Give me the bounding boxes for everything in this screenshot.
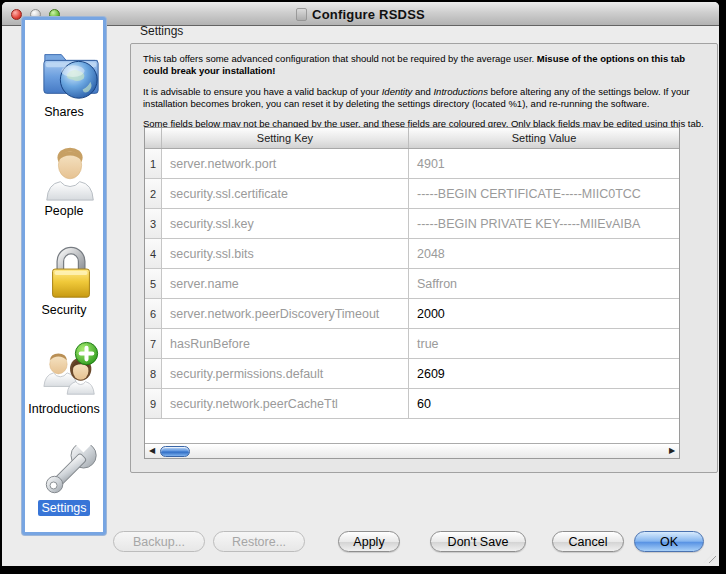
row-number-cell: 8: [145, 359, 162, 388]
don-t-save-button[interactable]: Don't Save: [430, 531, 526, 552]
table-row: 5server.nameSaffron: [145, 269, 679, 299]
setting-key-cell: security.permissions.default: [162, 359, 409, 388]
setting-value-cell[interactable]: 2609: [409, 359, 679, 388]
setting-key-cell: server.network.peerDiscoveryTimeout: [162, 299, 409, 328]
row-number-cell: 1: [145, 149, 162, 178]
warning-paragraph-1: This tab offers some advanced configurat…: [143, 53, 705, 78]
table-row: 6server.network.peerDiscoveryTimeout2000: [145, 299, 679, 329]
table-row: 3security.ssl.key-----BEGIN PRIVATE KEY-…: [145, 209, 679, 239]
row-number-cell: 7: [145, 329, 162, 358]
ok-button[interactable]: OK: [634, 531, 704, 552]
window-proxy-icon: [296, 8, 307, 21]
sidebar-item-settings[interactable]: Settings: [25, 420, 103, 519]
settings-panel: This tab offers some advanced configurat…: [130, 43, 718, 473]
setting-value-cell[interactable]: 60: [409, 389, 679, 418]
warning-paragraph-2: It is advisable to ensure you have a val…: [143, 86, 705, 111]
row-number-cell: 9: [145, 389, 162, 418]
setting-value-cell: Saffron: [409, 269, 679, 298]
restore-button: Restore...: [213, 531, 305, 552]
category-sidebar: Shares People Security: [22, 17, 106, 535]
sidebar-item-label: Introductions: [25, 401, 103, 417]
setting-key-cell: hasRunBefore: [162, 329, 409, 358]
table-header-row: Setting Key Setting Value: [145, 128, 679, 149]
settings-icon: [40, 438, 102, 500]
scrollbar-thumb[interactable]: [160, 446, 190, 457]
setting-value-cell: 4901: [409, 149, 679, 178]
row-number-cell: 2: [145, 179, 162, 208]
window-title: Configure RSDSS: [312, 7, 425, 22]
people-icon: [40, 141, 102, 203]
sidebar-item-label: Security: [38, 302, 89, 318]
sidebar-item-label: Shares: [41, 104, 87, 120]
row-number-header: [145, 128, 162, 148]
table-row: 2security.ssl.certificate-----BEGIN CERT…: [145, 179, 679, 209]
sidebar-item-people[interactable]: People: [25, 123, 103, 222]
row-number-cell: 3: [145, 209, 162, 238]
setting-value-header[interactable]: Setting Value: [409, 128, 679, 148]
horizontal-scrollbar[interactable]: ◀ ▶: [145, 443, 679, 458]
warning-text-block: This tab offers some advanced configurat…: [131, 44, 717, 131]
table-row: 7hasRunBeforetrue: [145, 329, 679, 359]
backup-button: Backup...: [113, 531, 205, 552]
setting-key-cell: security.ssl.certificate: [162, 179, 409, 208]
setting-value-cell[interactable]: 2000: [409, 299, 679, 328]
row-number-cell: 4: [145, 239, 162, 268]
table-row: 1server.network.port4901: [145, 149, 679, 179]
apply-button[interactable]: Apply: [338, 531, 400, 552]
sidebar-item-introductions[interactable]: Introductions: [25, 321, 103, 420]
table-row: 4security.ssl.bits2048: [145, 239, 679, 269]
setting-key-cell: server.name: [162, 269, 409, 298]
setting-value-cell: true: [409, 329, 679, 358]
settings-table: Setting Key Setting Value 1server.networ…: [144, 127, 680, 459]
sidebar-item-label: People: [42, 203, 87, 219]
security-icon: [40, 240, 102, 302]
row-number-cell: 6: [145, 299, 162, 328]
scroll-left-arrow-icon[interactable]: ◀: [145, 444, 159, 458]
setting-key-cell: security.ssl.key: [162, 209, 409, 238]
cancel-button[interactable]: Cancel: [552, 531, 624, 552]
setting-key-cell: security.network.peerCacheTtl: [162, 389, 409, 418]
setting-value-cell: -----BEGIN PRIVATE KEY-----MIIEvAIBA: [409, 209, 679, 238]
settings-tab-label: Settings: [140, 24, 183, 38]
shares-icon: [40, 42, 102, 104]
sidebar-item-label: Settings: [38, 500, 89, 516]
introductions-icon: [40, 339, 102, 401]
table-row: 8security.permissions.default2609: [145, 359, 679, 389]
dialog-buttons: Backup...Restore...ApplyDon't SaveCancel…: [2, 531, 719, 557]
setting-key-cell: server.network.port: [162, 149, 409, 178]
row-number-cell: 5: [145, 269, 162, 298]
sidebar-item-shares[interactable]: Shares: [25, 20, 103, 123]
setting-value-cell: 2048: [409, 239, 679, 268]
sidebar-item-security[interactable]: Security: [25, 222, 103, 321]
setting-key-header[interactable]: Setting Key: [162, 128, 409, 148]
configure-rsdss-window: Configure RSDSS Shares: [2, 2, 719, 566]
table-body: 1server.network.port49012security.ssl.ce…: [145, 149, 679, 419]
setting-value-cell: -----BEGIN CERTIFICATE-----MIIC0TCC: [409, 179, 679, 208]
scroll-right-arrow-icon[interactable]: ▶: [665, 444, 679, 458]
setting-key-cell: security.ssl.bits: [162, 239, 409, 268]
table-row: 9security.network.peerCacheTtl60: [145, 389, 679, 419]
title-bar[interactable]: Configure RSDSS: [2, 2, 719, 26]
